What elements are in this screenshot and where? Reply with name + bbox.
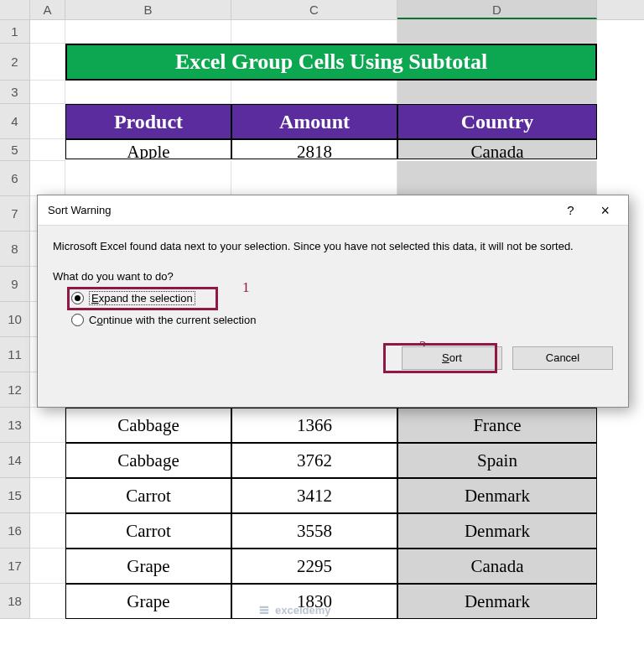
row-label-5[interactable]: 5 (0, 139, 30, 161)
row-label-9[interactable]: 9 (0, 267, 30, 302)
row-label-14[interactable]: 14 (0, 443, 30, 478)
dialog-buttons: Sort Cancel (38, 346, 628, 383)
data-country-13[interactable]: France (397, 408, 597, 443)
row-label-7[interactable]: 7 (0, 196, 30, 231)
col-header-a[interactable]: A (30, 0, 65, 19)
dialog-body: Microsoft Excel found data next to your … (38, 226, 628, 346)
dialog-title: Sort Warning (48, 204, 111, 216)
col-header-b[interactable]: B (65, 0, 231, 19)
row-label-11[interactable]: 11 (0, 337, 30, 372)
cell-a18[interactable] (30, 584, 65, 619)
row-label-15[interactable]: 15 (0, 478, 30, 513)
cell-c1[interactable] (231, 20, 397, 44)
grid-row-1: 1 (0, 20, 644, 44)
radio-group: Expand the selection Continue with the c… (71, 291, 613, 326)
grid-row-15: 15 Carrot 3412 Denmark (0, 478, 644, 513)
data-country-15[interactable]: Denmark (397, 478, 597, 513)
row-label-18[interactable]: 18 (0, 584, 30, 619)
data-country-14[interactable]: Spain (397, 443, 597, 478)
radio-checked-icon (71, 292, 84, 304)
dialog-message: Microsoft Excel found data next to your … (53, 239, 613, 255)
row-label-2[interactable]: 2 (0, 44, 30, 81)
row-label-8[interactable]: 8 (0, 231, 30, 267)
close-icon[interactable]: × (590, 203, 620, 218)
data-amount-5[interactable]: 2818 (231, 139, 397, 159)
cell-c3[interactable] (231, 81, 397, 104)
radio-expand-label: Expand the selection (89, 291, 195, 305)
row-label-17[interactable]: 17 (0, 549, 30, 584)
cell-b1[interactable] (65, 20, 231, 44)
data-country-17[interactable]: Canada (397, 549, 597, 584)
cell-a2[interactable] (30, 44, 65, 81)
row-label-6[interactable]: 6 (0, 161, 30, 196)
data-product-17[interactable]: Grape (65, 549, 231, 584)
row-label-12[interactable]: 12 (0, 372, 30, 408)
data-country-5[interactable]: Canada (397, 139, 597, 159)
dialog-question: What do you want to do? (53, 270, 613, 283)
column-headers: A B C D (0, 0, 644, 20)
radio-continue-label: Continue with the current selection (89, 314, 256, 326)
row-label-3[interactable]: 3 (0, 81, 30, 104)
select-all-corner[interactable] (0, 0, 30, 19)
grid-row-6: 6 (0, 161, 644, 196)
grid-row-14: 14 Cabbage 3762 Spain (0, 443, 644, 478)
grid-row-4: 4 Product Amount Country (0, 104, 644, 139)
dialog-titlebar[interactable]: Sort Warning ? × (38, 195, 628, 226)
grid-row-16: 16 Carrot 3558 Denmark (0, 513, 644, 549)
grid-row-3: 3 (0, 81, 644, 104)
radio-unchecked-icon (71, 314, 84, 326)
sort-button[interactable]: Sort (402, 346, 502, 370)
row-label-1[interactable]: 1 (0, 20, 30, 44)
cell-d1[interactable] (397, 20, 597, 44)
header-country[interactable]: Country (397, 104, 597, 139)
cell-a13[interactable] (30, 408, 65, 443)
cell-a3[interactable] (30, 81, 65, 104)
grid-row-2: 2 Excel Group Cells Using Subtotal (0, 44, 644, 81)
data-product-18[interactable]: Grape (65, 584, 231, 619)
cell-a14[interactable] (30, 443, 65, 478)
data-product-13[interactable]: Cabbage (65, 408, 231, 443)
cell-a15[interactable] (30, 478, 65, 513)
data-amount-17[interactable]: 2295 (231, 549, 397, 584)
grid-row-18: 18 Grape 1830 Denmark (0, 584, 644, 619)
data-amount-18[interactable]: 1830 (231, 584, 397, 619)
row-label-16[interactable]: 16 (0, 513, 30, 549)
grid-row-17: 17 Grape 2295 Canada (0, 549, 644, 584)
grid-row-13: 13 Cabbage 1366 France (0, 408, 644, 443)
data-country-18[interactable]: Denmark (397, 584, 597, 619)
cell-d3[interactable] (397, 81, 597, 104)
radio-expand-selection[interactable]: Expand the selection (71, 291, 613, 305)
cell-a5[interactable] (30, 139, 65, 161)
cell-a4[interactable] (30, 104, 65, 139)
header-amount[interactable]: Amount (231, 104, 397, 139)
col-header-d[interactable]: D (397, 0, 597, 19)
data-country-16[interactable]: Denmark (397, 513, 597, 549)
title-cell[interactable]: Excel Group Cells Using Subtotal (65, 44, 597, 81)
dialog-controls: ? × (555, 201, 620, 219)
data-product-15[interactable]: Carrot (65, 478, 231, 513)
data-amount-15[interactable]: 3412 (231, 478, 397, 513)
row-label-4[interactable]: 4 (0, 104, 30, 139)
data-amount-14[interactable]: 3762 (231, 443, 397, 478)
cell-a1[interactable] (30, 20, 65, 44)
data-product-14[interactable]: Cabbage (65, 443, 231, 478)
radio-continue-selection[interactable]: Continue with the current selection (71, 314, 613, 326)
col-header-c[interactable]: C (231, 0, 397, 19)
row-label-10[interactable]: 10 (0, 302, 30, 337)
cancel-button[interactable]: Cancel (512, 346, 613, 370)
data-amount-13[interactable]: 1366 (231, 408, 397, 443)
row-label-13[interactable]: 13 (0, 408, 30, 443)
data-product-16[interactable]: Carrot (65, 513, 231, 549)
cell-a16[interactable] (30, 513, 65, 549)
cell-a17[interactable] (30, 549, 65, 584)
data-amount-16[interactable]: 3558 (231, 513, 397, 549)
data-product-5[interactable]: Apple (65, 139, 231, 159)
help-icon[interactable]: ? (555, 201, 585, 219)
sort-warning-dialog: Sort Warning ? × Microsoft Excel found d… (37, 195, 629, 408)
grid-row-5: 5 Apple 2818 Canada (0, 139, 644, 161)
cell-b3[interactable] (65, 81, 231, 104)
header-product[interactable]: Product (65, 104, 231, 139)
